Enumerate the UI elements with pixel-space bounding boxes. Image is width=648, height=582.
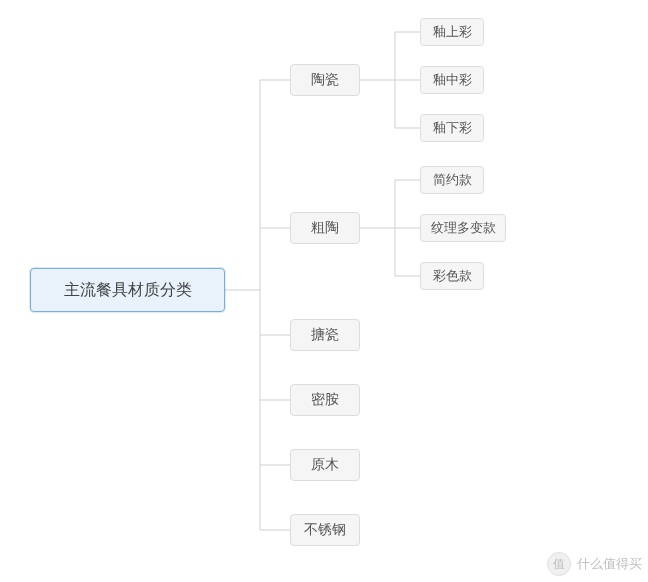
node-enamel[interactable]: 搪瓷 bbox=[290, 319, 360, 351]
node-melamine[interactable]: 密胺 bbox=[290, 384, 360, 416]
node-stainless[interactable]: 不锈钢 bbox=[290, 514, 360, 546]
node-label: 纹理多变款 bbox=[431, 219, 496, 237]
node-label: 彩色款 bbox=[433, 267, 472, 285]
watermark-text: 什么值得买 bbox=[577, 555, 642, 573]
node-ceramic[interactable]: 陶瓷 bbox=[290, 64, 360, 96]
root-label: 主流餐具材质分类 bbox=[64, 280, 192, 301]
node-label: 不锈钢 bbox=[304, 521, 346, 539]
node-label: 釉中彩 bbox=[433, 71, 472, 89]
node-label: 简约款 bbox=[433, 171, 472, 189]
node-underglaze[interactable]: 釉下彩 bbox=[420, 114, 484, 142]
node-label: 搪瓷 bbox=[311, 326, 339, 344]
node-label: 釉上彩 bbox=[433, 23, 472, 41]
node-label: 粗陶 bbox=[311, 219, 339, 237]
node-wood[interactable]: 原木 bbox=[290, 449, 360, 481]
watermark: 值 什么值得买 bbox=[547, 552, 642, 576]
node-label: 釉下彩 bbox=[433, 119, 472, 137]
node-colored[interactable]: 彩色款 bbox=[420, 262, 484, 290]
node-label: 密胺 bbox=[311, 391, 339, 409]
node-inglaze[interactable]: 釉中彩 bbox=[420, 66, 484, 94]
node-label: 原木 bbox=[311, 456, 339, 474]
node-stoneware[interactable]: 粗陶 bbox=[290, 212, 360, 244]
root-node[interactable]: 主流餐具材质分类 bbox=[30, 268, 225, 312]
node-textured[interactable]: 纹理多变款 bbox=[420, 214, 506, 242]
node-minimal[interactable]: 简约款 bbox=[420, 166, 484, 194]
watermark-icon: 值 bbox=[547, 552, 571, 576]
node-overglaze[interactable]: 釉上彩 bbox=[420, 18, 484, 46]
node-label: 陶瓷 bbox=[311, 71, 339, 89]
